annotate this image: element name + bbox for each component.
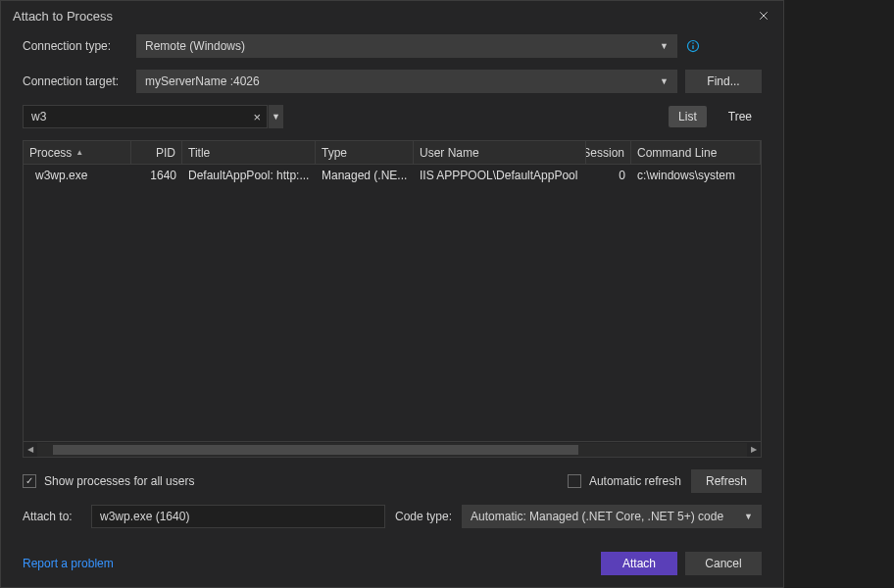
connection-target-label: Connection target:: [23, 74, 128, 88]
process-grid: Process ▲ PID Title Type User Name Sessi…: [23, 140, 762, 458]
options-row: Show processes for all users Automatic r…: [23, 469, 762, 493]
col-process[interactable]: Process ▲: [24, 141, 131, 164]
scroll-right-icon[interactable]: ▶: [747, 443, 761, 457]
close-icon[interactable]: [756, 8, 771, 24]
horizontal-scrollbar[interactable]: ◀ ▶: [24, 441, 761, 457]
show-all-users-wrap: Show processes for all users: [23, 474, 194, 488]
cancel-button[interactable]: Cancel: [685, 552, 762, 575]
attach-to-process-dialog: Attach to Process Connection type: Remot…: [0, 0, 784, 588]
view-list-button[interactable]: List: [669, 106, 707, 127]
view-toggle: List Tree: [669, 106, 762, 127]
code-type-label: Code type:: [395, 510, 452, 523]
footer-buttons: Attach Cancel: [601, 552, 762, 575]
cell-title: DefaultAppPool: http:...: [182, 167, 316, 184]
col-pid[interactable]: PID: [131, 141, 182, 164]
show-all-users-label: Show processes for all users: [44, 474, 194, 488]
cell-user: IIS APPPOOL\DefaultAppPool: [414, 167, 586, 184]
cell-pid: 1640: [131, 167, 182, 184]
svg-point-4: [692, 42, 694, 44]
grid-body[interactable]: w3wp.exe 1640 DefaultAppPool: http:... M…: [24, 165, 761, 441]
auto-refresh-wrap: Automatic refresh: [568, 474, 681, 488]
cell-type: Managed (.NE...: [316, 167, 414, 184]
filter-input-wrap: ×: [23, 105, 268, 128]
titlebar: Attach to Process: [1, 1, 783, 30]
connection-type-value: Remote (Windows): [145, 39, 245, 53]
chevron-down-icon: ▼: [660, 76, 669, 86]
connection-type-label: Connection type:: [23, 39, 128, 53]
col-type[interactable]: Type: [316, 141, 414, 164]
refresh-button[interactable]: Refresh: [691, 469, 762, 493]
connection-target-value: myServerName :4026: [145, 74, 260, 88]
col-cmd[interactable]: Command Line: [631, 141, 761, 164]
scroll-track[interactable]: [37, 443, 747, 457]
table-row[interactable]: w3wp.exe 1640 DefaultAppPool: http:... M…: [24, 165, 761, 186]
connection-target-row: Connection target: myServerName :4026 ▼ …: [23, 70, 762, 93]
connection-target-combo[interactable]: myServerName :4026 ▼: [136, 70, 677, 93]
footer: Report a problem Attach Cancel: [23, 540, 762, 575]
attach-to-label: Attach to:: [23, 510, 81, 523]
connection-type-combo[interactable]: Remote (Windows) ▼: [136, 34, 677, 58]
filter-input[interactable]: [24, 110, 247, 123]
find-button[interactable]: Find...: [685, 70, 762, 93]
auto-refresh-label: Automatic refresh: [589, 474, 681, 488]
attach-to-row: Attach to: Code type: Automatic: Managed…: [23, 505, 762, 528]
sort-asc-icon: ▲: [75, 148, 83, 157]
view-tree-button[interactable]: Tree: [719, 106, 762, 127]
cell-cmd: c:\windows\system: [631, 167, 761, 184]
col-title[interactable]: Title: [182, 141, 316, 164]
attach-button[interactable]: Attach: [601, 552, 677, 575]
code-type-value: Automatic: Managed (.NET Core, .NET 5+) …: [471, 510, 723, 523]
filter-row: × ▼ List Tree: [23, 105, 762, 128]
dialog-content: Connection type: Remote (Windows) ▼ Conn…: [1, 30, 783, 587]
clear-filter-icon[interactable]: ×: [247, 110, 267, 124]
cell-session: 0: [586, 167, 631, 184]
report-problem-link[interactable]: Report a problem: [23, 557, 114, 570]
code-type-combo[interactable]: Automatic: Managed (.NET Core, .NET 5+) …: [462, 505, 762, 528]
attach-to-input[interactable]: [91, 505, 385, 528]
info-icon[interactable]: [685, 38, 701, 54]
auto-refresh-checkbox[interactable]: [568, 474, 581, 488]
col-user[interactable]: User Name: [414, 141, 586, 164]
scroll-thumb[interactable]: [53, 445, 578, 455]
cell-process: w3wp.exe: [24, 167, 131, 184]
col-session[interactable]: Session: [586, 141, 631, 164]
grid-header: Process ▲ PID Title Type User Name Sessi…: [24, 141, 761, 165]
show-all-users-checkbox[interactable]: [23, 474, 36, 488]
chevron-down-icon: ▼: [660, 41, 669, 51]
dialog-title: Attach to Process: [13, 9, 113, 24]
chevron-down-icon: ▼: [744, 512, 753, 521]
filter-dropdown-icon[interactable]: ▼: [268, 105, 283, 128]
scroll-left-icon[interactable]: ◀: [24, 443, 37, 457]
connection-type-row: Connection type: Remote (Windows) ▼: [23, 34, 762, 58]
